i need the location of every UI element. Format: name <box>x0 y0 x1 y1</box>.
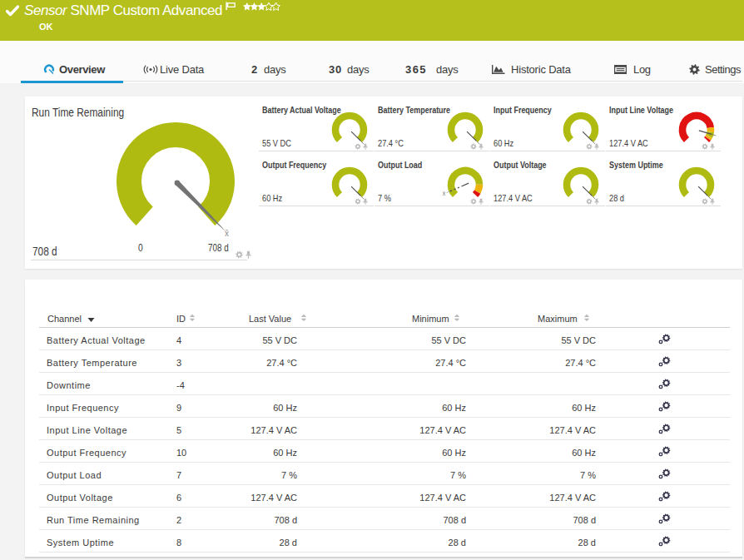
svg-text:x̄: x̄ <box>442 191 445 196</box>
